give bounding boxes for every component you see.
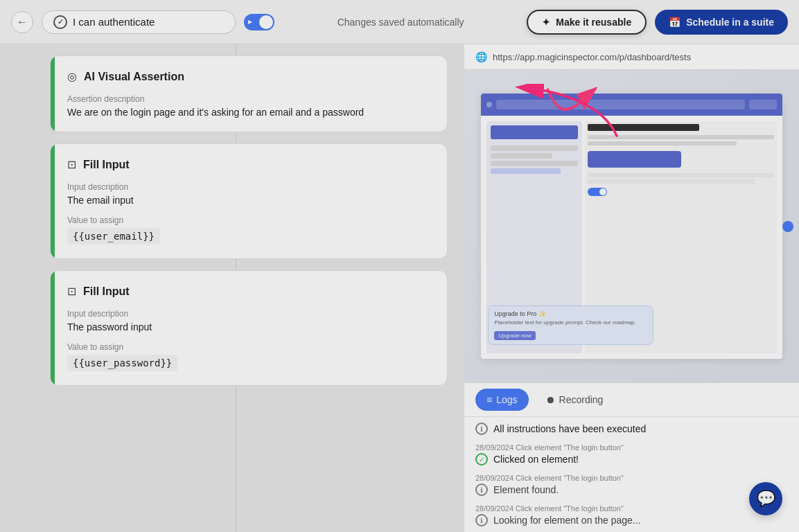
fake-topbar (481, 94, 782, 116)
reusable-icon: ✦ (542, 17, 550, 28)
step-3-title: Fill Input (83, 285, 130, 298)
globe-icon: 🌐 (475, 51, 487, 62)
nav-dot (782, 221, 793, 232)
chat-icon: 💬 (757, 490, 775, 508)
screenshot-area: Upgrade to Pro ✨ Placeholder text for up… (464, 70, 799, 382)
header: ← ✓ I can authenticate Changes saved aut… (0, 0, 799, 44)
step-card-2: ✓ ⊡ Fill Input Input description The ema… (50, 143, 448, 259)
log-badge-2: ℹ (475, 484, 488, 496)
back-button[interactable]: ← (11, 11, 33, 33)
assertion-icon: ◎ (67, 70, 77, 83)
step-green-bar-3 (51, 271, 55, 385)
log-entry-0: ℹ All instructions have been executed (475, 423, 788, 435)
step-2-field-value-0: The email input (67, 195, 430, 206)
tabs-row: ≡ Logs ⏺ Recording (464, 383, 799, 417)
log-entry-1: 28/09/2024 Click element "The login butt… (475, 443, 788, 466)
test-title-pill: ✓ I can authenticate (42, 10, 236, 34)
step-2-title: Fill Input (83, 159, 130, 171)
toggle-switch[interactable] (244, 14, 274, 30)
url-text: https://app.magicinspector.com/p/dashboa… (493, 52, 691, 62)
log-text-1: Clicked on element! (493, 454, 579, 465)
auto-save-status: Changes saved automatically (283, 17, 518, 28)
log-entry-2: 28/09/2024 Click element "The login butt… (475, 474, 788, 496)
reusable-label: Make it reusable (556, 17, 631, 28)
toggle-knob (259, 15, 273, 29)
log-badge-0: ℹ (475, 423, 488, 435)
right-panel: 🌐 https://app.magicinspector.com/p/dashb… (464, 44, 799, 532)
play-toggle[interactable] (244, 14, 274, 30)
browser-preview: Upgrade to Pro ✨ Placeholder text for up… (464, 70, 799, 382)
test-title: I can authenticate (73, 16, 155, 28)
back-icon: ← (17, 16, 28, 28)
step-2-field-label-0: Input description (67, 182, 430, 192)
check-icon: ✓ (53, 15, 67, 29)
step-card-1: ✓ ◎ AI Visual Assertion Assertion descri… (50, 55, 448, 132)
step-green-bar (51, 56, 55, 132)
preview-chat-btn: Upgrade now (494, 331, 536, 340)
step-2-field-value-1: {{user_email}} (67, 228, 160, 245)
step-green-bar-2 (51, 144, 55, 258)
chat-widget-button[interactable]: 💬 (749, 482, 782, 515)
log-entries: ℹ All instructions have been executed 28… (464, 417, 799, 532)
log-badge-3: ℹ (475, 514, 488, 526)
make-reusable-button[interactable]: ✦ Make it reusable (527, 10, 647, 35)
log-text-2: Element found. (493, 484, 559, 495)
log-text-3: Looking for element on the page... (493, 515, 640, 526)
preview-chat-bubble: Upgrade to Pro ✨ Placeholder text for up… (488, 305, 653, 345)
fill-icon-1: ⊡ (67, 158, 76, 171)
fill-icon-2: ⊡ (67, 285, 76, 298)
schedule-label: Schedule in a suite (686, 17, 774, 28)
log-text-0: All instructions have been executed (493, 423, 646, 434)
step-card-3: ✓ ⊡ Fill Input Input description The pas… (50, 270, 448, 386)
recording-label: Recording (559, 394, 604, 405)
main-layout: ✓ ◎ AI Visual Assertion Assertion descri… (0, 44, 799, 532)
tab-logs[interactable]: ≡ Logs (475, 389, 529, 411)
logs-icon: ≡ (486, 394, 492, 405)
step-3-field-label-0: Input description (67, 309, 430, 319)
step-3-field-value-0: The password input (67, 321, 430, 332)
recording-icon: ⏺ (545, 394, 555, 405)
step-1-field-label-0: Assertion description (67, 94, 430, 104)
log-meta-3: 28/09/2024 Click element "The login butt… (475, 504, 788, 513)
step-3-field-label-1: Value to assign (67, 342, 430, 352)
log-badge-1: ✓ (475, 453, 488, 466)
step-2-field-label-1: Value to assign (67, 215, 430, 225)
step-3-field-value-1: {{user_password}} (67, 355, 177, 371)
tab-recording[interactable]: ⏺ Recording (534, 389, 615, 411)
bottom-section: ≡ Logs ⏺ Recording ℹ All instructions ha… (464, 382, 799, 532)
calendar-icon: 📅 (669, 17, 681, 28)
log-meta-2: 28/09/2024 Click element "The login butt… (475, 474, 788, 482)
url-bar: 🌐 https://app.magicinspector.com/p/dashb… (464, 44, 799, 70)
step-1-field-value-0: We are on the login page and it's asking… (67, 107, 430, 118)
logs-label: Logs (496, 394, 517, 405)
fake-browser-ui: Upgrade to Pro ✨ Placeholder text for up… (481, 94, 782, 359)
schedule-button[interactable]: 📅 Schedule in a suite (655, 10, 788, 35)
step-1-title: AI Visual Assertion (84, 71, 184, 83)
log-meta-1: 28/09/2024 Click element "The login butt… (475, 443, 788, 452)
log-entry-3: 28/09/2024 Click element "The login butt… (475, 504, 788, 526)
left-panel: ✓ ◎ AI Visual Assertion Assertion descri… (0, 44, 464, 532)
